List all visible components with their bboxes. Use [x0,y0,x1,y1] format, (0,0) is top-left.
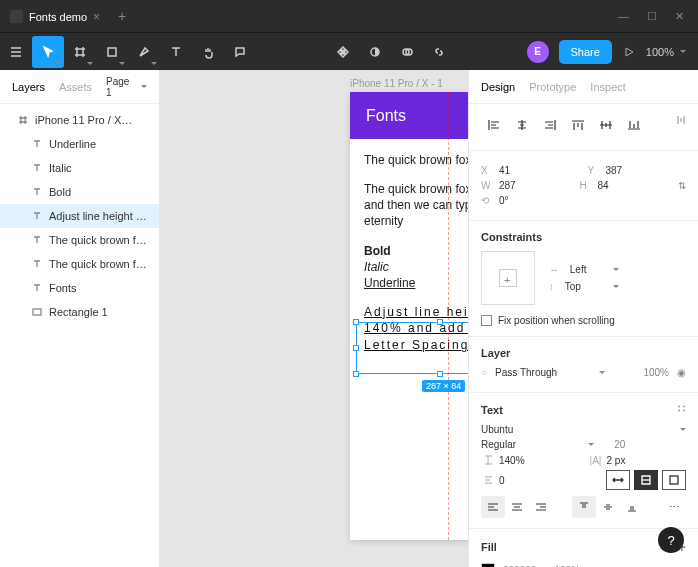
text-align-right-icon[interactable] [529,496,553,518]
tab-layers[interactable]: Layers [12,81,45,93]
main-menu-button[interactable] [0,36,32,68]
present-button[interactable] [622,45,636,59]
tab-design[interactable]: Design [481,81,515,93]
sample-text-2[interactable]: The quick brown fox jumped... and then w… [364,181,468,230]
font-weight-dropdown[interactable]: Regular [481,439,594,450]
w-field[interactable]: 287 [499,180,551,191]
sel-handle-lm[interactable] [353,345,359,351]
share-button[interactable]: Share [559,40,612,64]
sel-handle-bm[interactable] [437,371,443,377]
text-tool[interactable] [160,36,192,68]
letterspacing-icon: |A| [589,455,603,466]
close-window-icon[interactable]: ✕ [675,10,684,23]
help-button[interactable]: ? [658,527,684,553]
layer-text-bold[interactable]: Bold [0,180,159,204]
link-tool[interactable] [423,36,455,68]
comment-tool[interactable] [224,36,256,68]
more-align-icon[interactable] [676,114,686,136]
alignment-section [469,104,698,151]
layer-text-italic[interactable]: Italic [0,156,159,180]
tab-prototype[interactable]: Prototype [529,81,576,93]
align-bottom-icon[interactable] [621,114,647,136]
align-left-icon[interactable] [481,114,507,136]
shape-tool[interactable] [96,36,128,68]
frame-title[interactable]: iPhone 11 Pro / X - 1 [350,78,443,89]
titlebar: Fonts demo × + ― ☐ ✕ [0,0,698,32]
font-family-dropdown[interactable]: Ubuntu [481,424,686,435]
font-size-field[interactable]: 20 [614,439,686,450]
canvas[interactable]: iPhone 11 Pro / X - 1 Fonts The quick br… [160,70,468,567]
main: Layers Assets Page 1 iPhone 11 Pro / X -… [0,70,698,567]
constraint-h-dropdown[interactable]: ↔ Left [549,264,619,275]
text-more-icon[interactable]: ⋯ [662,496,686,518]
frame-tool[interactable] [64,36,96,68]
constraint-v-dropdown[interactable]: ↕ Top [549,281,619,292]
rotation-field[interactable]: 0° [499,195,551,206]
svg-rect-5 [670,476,678,484]
layer-text-underline[interactable]: Underline [0,132,159,156]
file-tab[interactable]: Fonts demo × [0,0,110,32]
layer-visibility-icon[interactable]: ◉ [677,367,686,378]
move-tool[interactable] [32,36,64,68]
sel-handle-bl[interactable] [353,371,359,377]
fill-swatch[interactable] [481,563,495,567]
minimize-icon[interactable]: ― [618,10,629,22]
blend-mode-dropdown[interactable]: Pass Through [495,367,605,378]
text-icon [32,211,42,221]
text-align-center-icon[interactable] [505,496,529,518]
lineheight-field[interactable]: 140% [499,455,525,466]
text-valign-top-icon[interactable] [572,496,596,518]
text-valign-middle-icon[interactable] [596,496,620,518]
paragraph-field[interactable]: 0 [499,475,505,486]
layer-text-fonts[interactable]: Fonts [0,276,159,300]
letterspacing-field[interactable]: 2 px [607,455,626,466]
layer-frame[interactable]: iPhone 11 Pro / X - 1 [0,108,159,132]
mask-tool[interactable] [359,36,391,68]
sel-handle-tl[interactable] [353,319,359,325]
boolean-tool[interactable] [391,36,423,68]
component-tool[interactable] [327,36,359,68]
layer-rectangle[interactable]: Rectangle 1 [0,300,159,324]
underline-text[interactable]: Underline [364,276,468,290]
toolbar: E Share 100% [0,32,698,70]
auto-height-icon[interactable] [634,470,658,490]
y-field[interactable]: 387 [606,165,658,176]
h-field[interactable]: 84 [598,180,650,191]
layer-text-quick2[interactable]: The quick brown fox jumped..... [0,228,159,252]
layer-opacity-field[interactable]: 100% [643,367,669,378]
artboard[interactable]: Fonts The quick brown fox... The quick b… [350,92,468,540]
link-dimensions-icon[interactable]: ⇅ [678,180,686,191]
svg-rect-0 [108,48,116,56]
sample-text-1[interactable]: The quick brown fox... [364,153,468,167]
layer-text-quick1[interactable]: The quick brown fox... [0,252,159,276]
italic-text[interactable]: Italic [364,260,468,274]
align-top-icon[interactable] [565,114,591,136]
align-right-icon[interactable] [537,114,563,136]
align-hcenter-icon[interactable] [509,114,535,136]
avatar[interactable]: E [527,41,549,63]
close-tab-icon[interactable]: × [93,11,100,23]
layer-text-adjust[interactable]: Adjust line height to 140% an... [0,204,159,228]
auto-width-icon[interactable] [606,470,630,490]
zoom-dropdown[interactable]: 100% [646,46,686,58]
tab-inspect[interactable]: Inspect [590,81,625,93]
page-dropdown[interactable]: Page 1 [106,76,147,98]
maximize-icon[interactable]: ☐ [647,10,657,23]
layers-panel: Layers Assets Page 1 iPhone 11 Pro / X -… [0,70,160,567]
hand-tool[interactable] [192,36,224,68]
fix-scroll-checkbox[interactable] [481,315,492,326]
selection-box[interactable] [356,322,468,374]
align-vcenter-icon[interactable] [593,114,619,136]
text-align-left-icon[interactable] [481,496,505,518]
text-styles-icon[interactable]: ∷ [678,403,686,416]
sel-handle-tm[interactable] [437,319,443,325]
bold-text[interactable]: Bold [364,244,468,258]
pen-tool[interactable] [128,36,160,68]
x-field[interactable]: 41 [499,165,551,176]
text-valign-bottom-icon[interactable] [620,496,644,518]
tab-assets[interactable]: Assets [59,81,92,93]
constraints-widget[interactable]: + [481,251,535,305]
hero-bar[interactable]: Fonts [350,92,468,139]
fixed-size-icon[interactable] [662,470,686,490]
new-tab-button[interactable]: + [110,8,134,24]
